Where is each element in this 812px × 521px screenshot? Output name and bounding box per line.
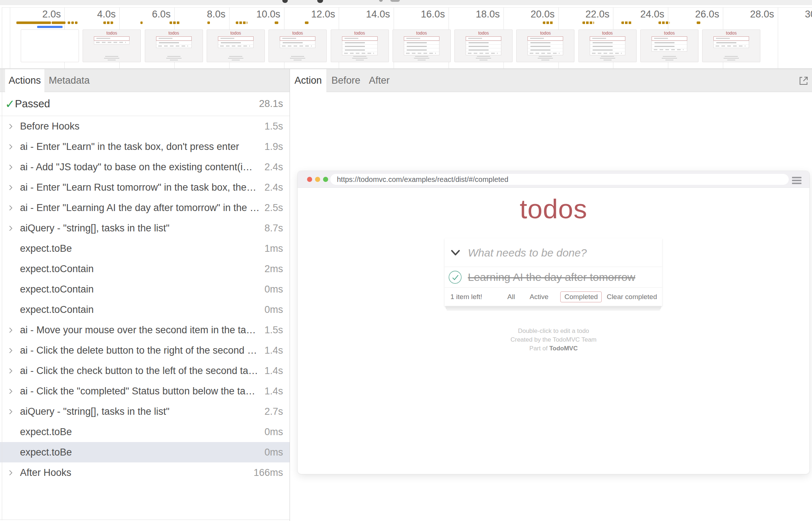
mini-todos-footer bbox=[466, 52, 501, 55]
mini-todo-item bbox=[404, 44, 439, 48]
timeline-tick-label: 22.0s bbox=[548, 9, 609, 20]
traffic-light-close-icon bbox=[307, 177, 312, 182]
test-status-row[interactable]: ✓ Passed 28.1s bbox=[0, 92, 290, 116]
todo-item[interactable]: Learning AI the day after tomorrow bbox=[445, 267, 662, 288]
action-label: After Hooks bbox=[20, 467, 71, 478]
test-total-duration: 28.1s bbox=[259, 98, 283, 110]
clear-completed-button[interactable]: Clear completed bbox=[607, 288, 657, 306]
mini-info-line bbox=[662, 58, 677, 59]
action-duration: 2.7s bbox=[260, 406, 283, 417]
action-row[interactable]: ai - Enter "Learn" in the task box, don'… bbox=[0, 136, 290, 157]
new-todo-input[interactable] bbox=[467, 239, 650, 267]
tab-after[interactable]: After bbox=[369, 69, 390, 92]
mini-info-line bbox=[105, 56, 118, 57]
action-label: ai - Click the delete button to the righ… bbox=[20, 345, 257, 356]
actions-list: Before Hooks1.5sai - Enter "Learn" in th… bbox=[0, 116, 290, 483]
tab-before[interactable]: Before bbox=[331, 69, 361, 92]
action-label: ai - Click the "completed" Status button… bbox=[20, 386, 255, 397]
filmstrip-thumbnail[interactable]: todos bbox=[268, 29, 327, 62]
action-row[interactable]: ai - Enter "Learning AI the day after to… bbox=[0, 198, 290, 218]
timeline-tick-label: 2.0s bbox=[0, 9, 61, 20]
action-label: aiQuery - "string[], tasks in the list" bbox=[20, 223, 170, 234]
filmstrip-thumbnail[interactable]: todos bbox=[454, 29, 513, 62]
mini-todo-input bbox=[652, 36, 687, 41]
action-row[interactable]: ai - Click the check button to the left … bbox=[0, 361, 290, 381]
chevron-right-icon bbox=[0, 225, 20, 231]
timeline-action-marker bbox=[236, 21, 247, 24]
clipped-title-fragment bbox=[379, 0, 383, 2]
action-row[interactable]: expect.toContain0ms bbox=[0, 299, 290, 320]
action-row[interactable]: ai - Move your mouse over the second ite… bbox=[0, 320, 290, 340]
action-duration: 0ms bbox=[260, 447, 283, 458]
action-row[interactable]: ai - Click the "completed" Status button… bbox=[0, 381, 290, 401]
action-row[interactable]: expect.toBe0ms bbox=[0, 442, 290, 462]
action-row[interactable]: expect.toContain0ms bbox=[0, 279, 290, 299]
mini-info-line bbox=[541, 60, 549, 60]
mini-todos-title: todos bbox=[269, 31, 326, 36]
action-label: expect.toContain bbox=[20, 263, 94, 275]
filmstrip-thumbnail[interactable]: todos bbox=[145, 29, 203, 62]
toggle-all-chevron-icon[interactable] bbox=[451, 250, 460, 256]
filter-all[interactable]: All bbox=[505, 291, 518, 302]
chevron-right-icon bbox=[0, 123, 20, 130]
panel-divider[interactable] bbox=[290, 69, 290, 521]
mini-info-line bbox=[291, 56, 304, 57]
chevron-right-icon bbox=[0, 205, 20, 211]
filmstrip-thumbnail[interactable]: todos bbox=[640, 29, 698, 62]
mini-todos-footer bbox=[590, 52, 625, 55]
action-row[interactable]: aiQuery - "string[], tasks in the list"2… bbox=[0, 401, 290, 422]
action-row[interactable]: expect.toBe1ms bbox=[0, 238, 290, 259]
mini-todo-input bbox=[528, 36, 563, 41]
mini-todo-input bbox=[590, 36, 625, 41]
filmstrip-thumbnail[interactable]: todos bbox=[83, 29, 141, 62]
todos-footer: 1 item left! All Active Completed Clear … bbox=[445, 288, 662, 306]
filmstrip-thumbnail[interactable]: todos bbox=[331, 29, 389, 62]
filmstrip-thumbnail[interactable]: todos bbox=[393, 29, 451, 62]
chevron-right-icon bbox=[0, 184, 20, 191]
action-row[interactable]: Before Hooks1.5s bbox=[0, 116, 290, 136]
filmstrip-thumbnail[interactable]: todos bbox=[702, 29, 760, 62]
open-snapshot-external-icon[interactable] bbox=[798, 75, 809, 87]
timeline-action-marker bbox=[621, 21, 632, 24]
filmstrip-thumbnail[interactable]: todos bbox=[207, 29, 265, 62]
todos-info-footer: Double-click to edit a todo Created by t… bbox=[298, 327, 809, 353]
traffic-light-minimize-icon bbox=[315, 177, 320, 182]
action-row[interactable]: ai - Click the delete button to the righ… bbox=[0, 340, 290, 361]
timeline-band[interactable]: 2.0s4.0s6.0s8.0s10.0s12.0s14.0s16.0s18.0… bbox=[0, 0, 812, 69]
mini-todo-input bbox=[218, 36, 254, 41]
action-duration: 0ms bbox=[260, 426, 283, 438]
mini-todos-card bbox=[342, 36, 378, 55]
chevron-right-icon bbox=[0, 347, 20, 354]
action-label: expect.toContain bbox=[20, 304, 94, 315]
tab-before-label: Before bbox=[331, 75, 361, 86]
action-row[interactable]: expect.toBe0ms bbox=[0, 422, 290, 442]
mini-todos-card bbox=[94, 36, 130, 44]
action-row[interactable]: aiQuery - "string[], tasks in the list"8… bbox=[0, 218, 290, 238]
todo-toggle-checked-icon[interactable] bbox=[449, 271, 462, 284]
mini-info-line bbox=[479, 60, 487, 60]
filter-active[interactable]: Active bbox=[527, 291, 551, 302]
action-row[interactable]: ai - Add "JS today" to base on the exist… bbox=[0, 157, 290, 177]
mini-todos-card bbox=[466, 36, 501, 55]
tab-metadata[interactable]: Metadata bbox=[49, 69, 90, 92]
filmstrip-thumbnail[interactable] bbox=[21, 29, 79, 62]
chevron-right-icon bbox=[0, 368, 20, 374]
filmstrip-thumbnail[interactable]: todos bbox=[578, 29, 637, 62]
timeline-action-marker bbox=[305, 21, 309, 24]
action-row[interactable]: ai - Enter "Learn Rust tomorrow" in the … bbox=[0, 177, 290, 198]
tab-actions[interactable]: Actions bbox=[5, 69, 44, 92]
mini-todos-title: todos bbox=[331, 31, 389, 36]
snapshot-browser-window: https://todomvc.com/examples/react/dist/… bbox=[298, 171, 809, 474]
mini-todos-footer bbox=[714, 44, 749, 48]
mini-todo-item bbox=[528, 44, 563, 48]
mini-info-line bbox=[228, 58, 243, 59]
mini-info-line bbox=[229, 56, 242, 57]
action-row[interactable]: expect.toContain2ms bbox=[0, 259, 290, 279]
action-row[interactable]: After Hooks166ms bbox=[0, 462, 290, 483]
tab-action[interactable]: Action bbox=[290, 69, 326, 92]
filmstrip-thumbnail[interactable]: todos bbox=[516, 29, 574, 62]
mini-info-line bbox=[601, 56, 614, 57]
mini-todos-footer bbox=[342, 52, 377, 55]
mini-todos-footer bbox=[218, 44, 253, 48]
filter-completed[interactable]: Completed bbox=[560, 291, 602, 302]
